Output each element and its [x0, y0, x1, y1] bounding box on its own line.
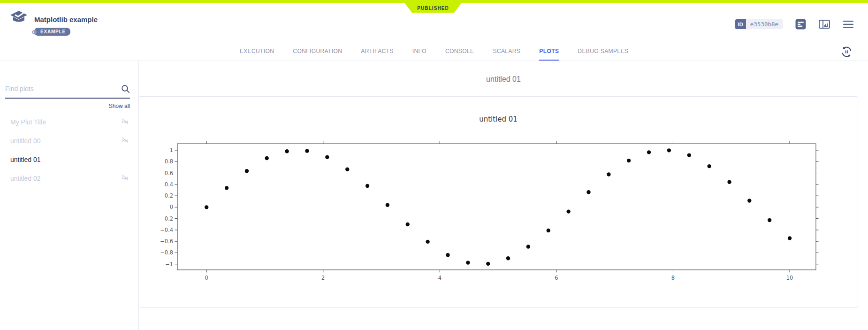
tab-scalars[interactable]: SCALARS: [493, 48, 520, 61]
scatter-point: [426, 240, 429, 244]
brand: Matplotlib example ⚙ EXAMPLE: [10, 10, 98, 36]
y-tick-label: 0.8: [165, 158, 173, 165]
scatter-point: [446, 253, 449, 257]
scatter-point: [225, 186, 228, 190]
scatter-point: [667, 148, 671, 152]
scatter-point: [607, 172, 610, 176]
scatter-point: [345, 168, 349, 171]
tab-bar: EXECUTION CONFIGURATION ARTIFACTS INFO C…: [0, 48, 868, 61]
scatter-point: [707, 164, 711, 168]
tab-artifacts[interactable]: ARTIFACTS: [361, 48, 393, 61]
x-tick-label: 2: [321, 275, 325, 281]
scatter-point: [768, 218, 771, 222]
scatter-point: [466, 261, 470, 264]
menu-icon[interactable]: [843, 20, 854, 29]
scatter-point: [245, 169, 249, 173]
plots-sidebar: Show all My Plot Title untitled 00: [0, 61, 139, 330]
plot-item-label: untitled 00: [10, 137, 41, 145]
tab-execution[interactable]: EXECUTION: [240, 48, 274, 61]
app-logo-icon: [10, 10, 27, 36]
scatter-point: [788, 236, 792, 240]
scatter-point: [386, 203, 389, 207]
experiment-id-chip: ID e3530b8e: [735, 19, 783, 29]
plot-list-item[interactable]: untitled 02: [0, 169, 138, 188]
scatter-plot[interactable]: 0246810−1−0.8−0.6−0.4−0.200.20.40.60.81: [139, 97, 858, 307]
eye-off-icon[interactable]: [121, 137, 129, 145]
plot-list-item[interactable]: untitled 00: [0, 131, 138, 150]
scatter-point: [486, 262, 490, 266]
brand-text: Matplotlib example ⚙ EXAMPLE: [34, 10, 98, 36]
search-row: [5, 84, 130, 99]
published-ribbon: PUBLISHED: [405, 3, 461, 13]
x-tick-label: 8: [671, 275, 675, 281]
plot-item-label: My Plot Title: [10, 118, 46, 126]
scatter-point: [647, 150, 651, 154]
x-tick-label: 10: [786, 275, 793, 281]
scatter-point: [687, 153, 691, 157]
details-view-icon[interactable]: [795, 19, 806, 30]
id-value: e3530b8e: [746, 19, 783, 29]
scatter-point: [265, 156, 269, 160]
x-tick-label: 6: [555, 275, 558, 281]
scatter-point: [365, 184, 369, 188]
y-tick-label: −0.4: [160, 227, 173, 233]
search-input[interactable]: [5, 85, 113, 92]
y-tick-label: 0.4: [165, 181, 173, 188]
scatter-point: [285, 149, 289, 153]
plot-card: untitled 01 0246810−1−0.8−0.6−0.4−0.200.…: [138, 96, 858, 308]
experiment-title: Matplotlib example: [34, 15, 98, 23]
y-tick-label: −1: [165, 261, 173, 268]
tab-info[interactable]: INFO: [412, 48, 426, 61]
plot-item-label: untitled 01: [10, 156, 41, 163]
id-tag: ID: [735, 19, 746, 29]
x-tick-label: 4: [438, 275, 442, 281]
scatter-point: [406, 223, 410, 226]
y-tick-label: −0.2: [160, 215, 173, 222]
plot-box: [177, 144, 816, 270]
tab-console[interactable]: CONSOLE: [445, 48, 474, 61]
show-all-link[interactable]: Show all: [0, 103, 130, 109]
tab-plots[interactable]: PLOTS: [539, 48, 559, 61]
scatter-point: [727, 180, 731, 184]
tab-debug-samples[interactable]: DEBUG SAMPLES: [578, 48, 628, 61]
eye-off-icon[interactable]: [121, 174, 129, 183]
scatter-point: [506, 256, 510, 260]
top-status-bar: [0, 0, 868, 3]
tab-configuration[interactable]: CONFIGURATION: [293, 48, 342, 61]
scatter-point: [547, 229, 550, 232]
example-badge: ⚙ EXAMPLE: [34, 28, 70, 36]
main-panel: untitled 01 untitled 01 0246810−1−0.8−0.…: [139, 61, 868, 330]
auto-refresh-icon[interactable]: [841, 46, 853, 60]
scatter-point: [747, 199, 751, 202]
plot-item-label: untitled 02: [10, 175, 41, 182]
published-ribbon-label: PUBLISHED: [417, 6, 449, 11]
y-tick-label: −0.6: [160, 238, 173, 245]
eye-off-icon[interactable]: [121, 118, 129, 126]
scatter-point: [627, 159, 631, 162]
plot-list-item[interactable]: My Plot Title: [0, 113, 138, 131]
plot-group-title: untitled 01: [139, 75, 868, 84]
x-tick-label: 0: [205, 275, 208, 281]
y-tick-label: 0.6: [165, 170, 173, 177]
header-actions: ID e3530b8e: [735, 19, 854, 30]
search-icon: [121, 84, 130, 95]
scatter-point: [305, 149, 309, 153]
y-tick-label: 1: [170, 147, 173, 153]
y-tick-label: 0.2: [165, 192, 173, 199]
content: Show all My Plot Title untitled 00: [0, 61, 868, 330]
plot-list-item-selected[interactable]: untitled 01: [0, 150, 138, 169]
scatter-point: [586, 190, 590, 194]
y-tick-label: −0.8: [160, 249, 173, 256]
scatter-point: [205, 205, 208, 209]
y-tick-label: 0: [170, 204, 173, 210]
example-badge-gear-icon: ⚙: [31, 29, 37, 35]
example-badge-label: EXAMPLE: [40, 29, 66, 34]
panel-chart-icon[interactable]: [819, 19, 830, 30]
plot-list: My Plot Title untitled 00: [0, 113, 138, 188]
scatter-point: [566, 209, 570, 213]
scatter-point: [325, 155, 329, 159]
scatter-point: [526, 245, 530, 248]
